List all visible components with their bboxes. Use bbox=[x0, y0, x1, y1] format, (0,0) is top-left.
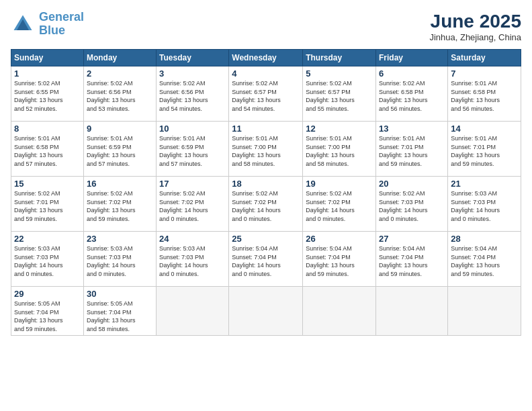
day-number: 16 bbox=[87, 179, 153, 189]
page-container: General Blue June 2025 Jinhua, Zhejiang,… bbox=[0, 0, 532, 411]
calendar-table: Sunday Monday Tuesday Wednesday Thursday… bbox=[11, 49, 521, 336]
logo-general: General bbox=[39, 10, 84, 24]
calendar-cell: 24Sunrise: 5:03 AMSunset: 7:03 PMDayligh… bbox=[157, 232, 229, 287]
day-info: Sunrise: 5:02 AMSunset: 6:56 PMDaylight:… bbox=[87, 79, 153, 113]
header-friday: Friday bbox=[376, 50, 448, 66]
calendar-cell: 6Sunrise: 5:02 AMSunset: 6:58 PMDaylight… bbox=[376, 66, 448, 122]
day-info: Sunrise: 5:02 AMSunset: 6:57 PMDaylight:… bbox=[232, 79, 300, 113]
day-info: Sunrise: 5:02 AMSunset: 7:02 PMDaylight:… bbox=[306, 189, 373, 223]
calendar-cell: 22Sunrise: 5:03 AMSunset: 7:03 PMDayligh… bbox=[11, 232, 84, 287]
logo: General Blue bbox=[11, 11, 84, 38]
day-number: 7 bbox=[451, 68, 518, 79]
calendar-cell: 19Sunrise: 5:02 AMSunset: 7:02 PMDayligh… bbox=[303, 177, 376, 232]
day-info: Sunrise: 5:01 AMSunset: 7:01 PMDaylight:… bbox=[451, 134, 518, 168]
day-number: 27 bbox=[379, 234, 445, 244]
day-number: 18 bbox=[232, 179, 300, 189]
day-number: 26 bbox=[306, 234, 373, 244]
day-info: Sunrise: 5:01 AMSunset: 7:00 PMDaylight:… bbox=[232, 134, 300, 168]
day-number: 2 bbox=[87, 68, 153, 79]
logo-blue: Blue bbox=[39, 24, 65, 37]
day-info: Sunrise: 5:02 AMSunset: 7:02 PMDaylight:… bbox=[87, 189, 153, 223]
day-info: Sunrise: 5:02 AMSunset: 6:55 PMDaylight:… bbox=[14, 79, 81, 113]
header-monday: Monday bbox=[83, 50, 156, 66]
header-tuesday: Tuesday bbox=[157, 50, 229, 66]
calendar-cell: 15Sunrise: 5:02 AMSunset: 7:01 PMDayligh… bbox=[11, 177, 84, 232]
calendar-cell: 12Sunrise: 5:01 AMSunset: 7:00 PMDayligh… bbox=[303, 122, 376, 177]
day-number: 8 bbox=[14, 124, 81, 134]
calendar-cell: 11Sunrise: 5:01 AMSunset: 7:00 PMDayligh… bbox=[229, 122, 303, 177]
calendar-cell: 9Sunrise: 5:01 AMSunset: 6:59 PMDaylight… bbox=[83, 122, 156, 177]
calendar-cell: 4Sunrise: 5:02 AMSunset: 6:57 PMDaylight… bbox=[229, 66, 303, 122]
day-info: Sunrise: 5:02 AMSunset: 7:02 PMDaylight:… bbox=[232, 189, 300, 223]
day-number: 9 bbox=[87, 124, 153, 134]
day-info: Sunrise: 5:03 AMSunset: 7:03 PMDaylight:… bbox=[451, 189, 518, 223]
day-number: 21 bbox=[451, 179, 518, 189]
calendar-cell: 8Sunrise: 5:01 AMSunset: 6:58 PMDaylight… bbox=[11, 122, 84, 177]
calendar-cell: 21Sunrise: 5:03 AMSunset: 7:03 PMDayligh… bbox=[448, 177, 521, 232]
day-number: 25 bbox=[232, 234, 300, 244]
day-info: Sunrise: 5:05 AMSunset: 7:04 PMDaylight:… bbox=[14, 300, 81, 333]
calendar-cell: 27Sunrise: 5:04 AMSunset: 7:04 PMDayligh… bbox=[376, 232, 448, 287]
day-info: Sunrise: 5:04 AMSunset: 7:04 PMDaylight:… bbox=[379, 244, 445, 278]
day-number: 3 bbox=[159, 68, 226, 79]
day-number: 19 bbox=[306, 179, 373, 189]
calendar-cell: 29Sunrise: 5:05 AMSunset: 7:04 PMDayligh… bbox=[11, 287, 84, 336]
day-number: 28 bbox=[451, 234, 518, 244]
day-info: Sunrise: 5:03 AMSunset: 7:03 PMDaylight:… bbox=[14, 244, 81, 278]
calendar-cell: 10Sunrise: 5:01 AMSunset: 6:59 PMDayligh… bbox=[157, 122, 229, 177]
day-number: 6 bbox=[379, 68, 445, 79]
day-info: Sunrise: 5:03 AMSunset: 7:03 PMDaylight:… bbox=[87, 244, 153, 278]
day-info: Sunrise: 5:01 AMSunset: 6:58 PMDaylight:… bbox=[14, 134, 81, 168]
day-number: 4 bbox=[232, 68, 300, 79]
logo-icon bbox=[11, 12, 35, 36]
day-number: 17 bbox=[159, 179, 226, 189]
calendar-cell: 1Sunrise: 5:02 AMSunset: 6:55 PMDaylight… bbox=[11, 66, 84, 122]
day-info: Sunrise: 5:03 AMSunset: 7:03 PMDaylight:… bbox=[159, 244, 226, 278]
day-number: 24 bbox=[159, 234, 226, 244]
day-number: 20 bbox=[379, 179, 445, 189]
calendar-cell: 17Sunrise: 5:02 AMSunset: 7:02 PMDayligh… bbox=[157, 177, 229, 232]
header-sunday: Sunday bbox=[11, 50, 84, 66]
day-info: Sunrise: 5:04 AMSunset: 7:04 PMDaylight:… bbox=[306, 244, 373, 278]
calendar-cell: 16Sunrise: 5:02 AMSunset: 7:02 PMDayligh… bbox=[83, 177, 156, 232]
day-info: Sunrise: 5:05 AMSunset: 7:04 PMDaylight:… bbox=[87, 300, 153, 333]
day-info: Sunrise: 5:04 AMSunset: 7:04 PMDaylight:… bbox=[451, 244, 518, 278]
calendar-cell: 28Sunrise: 5:04 AMSunset: 7:04 PMDayligh… bbox=[448, 232, 521, 287]
day-info: Sunrise: 5:01 AMSunset: 6:58 PMDaylight:… bbox=[451, 79, 518, 113]
calendar-cell: 7Sunrise: 5:01 AMSunset: 6:58 PMDaylight… bbox=[448, 66, 521, 122]
day-info: Sunrise: 5:02 AMSunset: 7:03 PMDaylight:… bbox=[379, 189, 445, 223]
header-saturday: Saturday bbox=[448, 50, 521, 66]
day-number: 10 bbox=[159, 124, 226, 134]
day-number: 22 bbox=[14, 234, 81, 244]
calendar-cell: 23Sunrise: 5:03 AMSunset: 7:03 PMDayligh… bbox=[83, 232, 156, 287]
title-block: June 2025 Jinhua, Zhejiang, China bbox=[429, 11, 521, 42]
day-info: Sunrise: 5:02 AMSunset: 6:57 PMDaylight:… bbox=[306, 79, 373, 113]
header-wednesday: Wednesday bbox=[229, 50, 303, 66]
calendar-cell: 26Sunrise: 5:04 AMSunset: 7:04 PMDayligh… bbox=[303, 232, 376, 287]
weekday-header-row: Sunday Monday Tuesday Wednesday Thursday… bbox=[11, 50, 521, 66]
month-title: June 2025 bbox=[429, 11, 521, 32]
calendar-cell bbox=[448, 287, 521, 336]
day-info: Sunrise: 5:01 AMSunset: 6:59 PMDaylight:… bbox=[159, 134, 226, 168]
day-number: 1 bbox=[14, 68, 81, 79]
calendar-cell: 3Sunrise: 5:02 AMSunset: 6:56 PMDaylight… bbox=[157, 66, 229, 122]
day-info: Sunrise: 5:01 AMSunset: 7:01 PMDaylight:… bbox=[379, 134, 445, 168]
day-info: Sunrise: 5:04 AMSunset: 7:04 PMDaylight:… bbox=[232, 244, 300, 278]
day-number: 13 bbox=[379, 124, 445, 134]
calendar-cell: 5Sunrise: 5:02 AMSunset: 6:57 PMDaylight… bbox=[303, 66, 376, 122]
header: General Blue June 2025 Jinhua, Zhejiang,… bbox=[11, 11, 521, 42]
day-number: 15 bbox=[14, 179, 81, 189]
calendar-cell: 2Sunrise: 5:02 AMSunset: 6:56 PMDaylight… bbox=[83, 66, 156, 122]
day-number: 29 bbox=[14, 289, 81, 299]
day-info: Sunrise: 5:02 AMSunset: 7:01 PMDaylight:… bbox=[14, 189, 81, 223]
day-number: 14 bbox=[451, 124, 518, 134]
logo-text: General Blue bbox=[39, 11, 84, 38]
day-number: 11 bbox=[232, 124, 300, 134]
day-number: 30 bbox=[87, 289, 153, 299]
day-info: Sunrise: 5:02 AMSunset: 6:56 PMDaylight:… bbox=[159, 79, 226, 113]
calendar-cell: 25Sunrise: 5:04 AMSunset: 7:04 PMDayligh… bbox=[229, 232, 303, 287]
day-number: 5 bbox=[306, 68, 373, 79]
location: Jinhua, Zhejiang, China bbox=[429, 32, 521, 42]
day-info: Sunrise: 5:02 AMSunset: 7:02 PMDaylight:… bbox=[159, 189, 226, 223]
calendar-cell: 20Sunrise: 5:02 AMSunset: 7:03 PMDayligh… bbox=[376, 177, 448, 232]
